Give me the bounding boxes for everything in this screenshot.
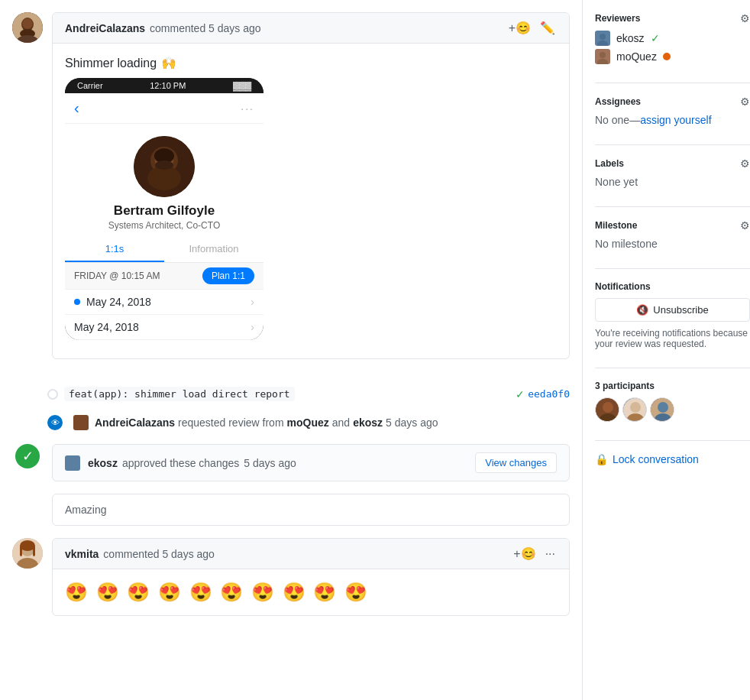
approval-check-icon: ✓ [15,444,40,468]
participant-3-avatar [650,397,674,422]
emoji-row: 😍 😍 😍 😍 😍 😍 😍 😍 😍 😍 [65,582,557,603]
commit-hash: eeda0f0 [528,388,570,400]
comment-time-1: commented 5 days ago [150,22,261,34]
svg-point-26 [603,402,613,413]
shimmer-text: Shimmer loading 🙌 [65,56,557,70]
edit-button[interactable]: ✏️ [538,19,557,37]
moquez-pending-icon [663,53,671,60]
meeting-row-2: May 24, 2018 › [65,315,263,340]
eye-icon: 👁 [47,415,63,430]
comment-author-1: AndreiCalazans [65,22,145,34]
lock-label: Lock conversation [613,453,699,465]
assignees-none: No one—assign yourself [595,114,712,126]
bell-mute-icon: 🔇 [636,304,648,316]
sidebar: Reviewers ⚙ ekosz ✓ moQuez As [582,0,750,700]
commit-code: feat(app): shimmer load direct report [64,387,295,401]
approval-comment-box: Amazing [52,494,570,526]
review-request-row: 👁 AndreiCalazans requested review from m… [12,410,570,435]
phone-mockup: Carrier 12:10 PM ▓▓▓ ‹ ··· [65,78,263,340]
reviewer-item-moquez: moQuez [595,49,750,64]
profile-section: Bertram Gilfoyle Systems Architect, Co-C… [65,124,263,237]
divider-1 [595,83,750,83]
comment-body-2: 😍 😍 😍 😍 😍 😍 😍 😍 😍 😍 [53,569,569,615]
assignees-label: Assignees [595,96,641,107]
participants-label: 3 participants [595,381,750,391]
phone-status-bar: Carrier 12:10 PM ▓▓▓ [65,78,263,93]
labels-gear-icon[interactable]: ⚙ [740,157,750,170]
view-changes-button[interactable]: View changes [475,452,557,473]
commit-dot [47,389,58,400]
lock-icon: 🔒 [595,453,608,465]
profile-name: Bertram Gilfoyle [77,203,251,219]
svg-point-10 [155,160,173,170]
phone-tabs: 1:1s Information [65,237,263,263]
reviewers-gear-icon[interactable]: ⚙ [740,12,750,24]
chevron-icon-2: › [251,321,254,333]
more-button-2[interactable]: ··· [544,546,557,562]
comment-block-1: AndreiCalazans commented 5 days ago +😊 ✏… [52,12,570,359]
lock-conversation-row[interactable]: 🔒 Lock conversation [595,453,750,465]
plan-1-1-button[interactable]: Plan 1:1 [202,267,254,284]
divider-5 [595,368,750,368]
svg-rect-18 [33,546,35,556]
phone-nav: ‹ ··· [65,93,263,124]
svg-point-29 [630,402,641,413]
approval-content: ekosz approved these changes 5 days ago [65,455,296,471]
more-icon: ··· [241,102,254,115]
labels-none: None yet [595,176,638,188]
tab-information[interactable]: Information [164,237,263,262]
reviewer-name-moquez: moQuez [616,50,657,63]
review-request-content: AndreiCalazans requested review from moQ… [73,415,438,430]
moquez-avatar [595,49,610,64]
unsubscribe-button[interactable]: 🔇 Unsubscribe [595,298,750,322]
notification-text: You're receiving notifications because y… [595,328,750,349]
assignees-section: Assignees ⚙ No one—assign yourself [595,96,750,126]
svg-point-3 [22,18,33,29]
andriei-avatar [12,12,43,43]
participant-1-avatar [595,397,619,422]
back-icon: ‹ [74,99,79,117]
reviewer-item-ekosz: ekosz ✓ [595,31,750,46]
chevron-icon-1: › [251,296,254,308]
svg-point-12 [65,455,80,471]
reviewer-name-ekosz: ekosz [616,32,645,44]
approval-comment-text: Amazing [65,504,106,516]
comment-header-1: AndreiCalazans commented 5 days ago +😊 ✏… [53,13,569,44]
svg-rect-17 [20,546,22,556]
ekosz-approved-icon: ✓ [651,32,660,44]
divider-3 [595,206,750,207]
phone-screen: ‹ ··· [65,93,263,340]
check-icon: ✓ [516,388,525,400]
comment-time-2: commented 5 days ago [103,548,215,560]
reviewers-section: Reviewers ⚙ ekosz ✓ moQuez [595,12,750,64]
assignees-gear-icon[interactable]: ⚙ [740,96,750,108]
comment-author-2: vkmita [65,548,99,560]
svg-point-20 [600,34,606,40]
add-emoji-button-2[interactable]: +😊 [512,545,537,562]
divider-4 [595,268,750,269]
assignees-none-text: No one— [595,114,640,126]
tab-1-1s[interactable]: 1:1s [65,237,164,262]
milestone-gear-icon[interactable]: ⚙ [740,219,750,232]
milestone-label: Milestone [595,220,637,231]
vkmita-avatar [12,538,43,569]
participants-section: 3 participants [595,381,750,422]
comment-header-2: vkmita commented 5 days ago +😊 ··· [53,539,569,569]
commit-row: feat(app): shimmer load direct report ✓ … [12,384,570,404]
notifications-section: Notifications 🔇 Unsubscribe You're recei… [595,281,750,349]
add-emoji-button[interactable]: +😊 [507,19,532,37]
ekosz-avatar [595,31,610,46]
approval-author: ekosz [88,457,118,469]
participant-2-avatar [622,397,647,422]
milestone-none: No milestone [595,238,658,250]
profile-title: Systems Architect, Co-CTO [77,220,251,231]
assign-yourself-link[interactable]: assign yourself [640,114,711,126]
approval-time: 5 days ago [244,457,296,469]
divider-2 [595,144,750,145]
comment-block-2: vkmita commented 5 days ago +😊 ··· 😍 😍 😍… [52,538,570,616]
review-time: 5 days ago [386,416,438,429]
svg-point-23 [600,52,606,58]
svg-point-11 [73,415,89,430]
labels-label: Labels [595,158,624,169]
connector: and [332,416,350,429]
